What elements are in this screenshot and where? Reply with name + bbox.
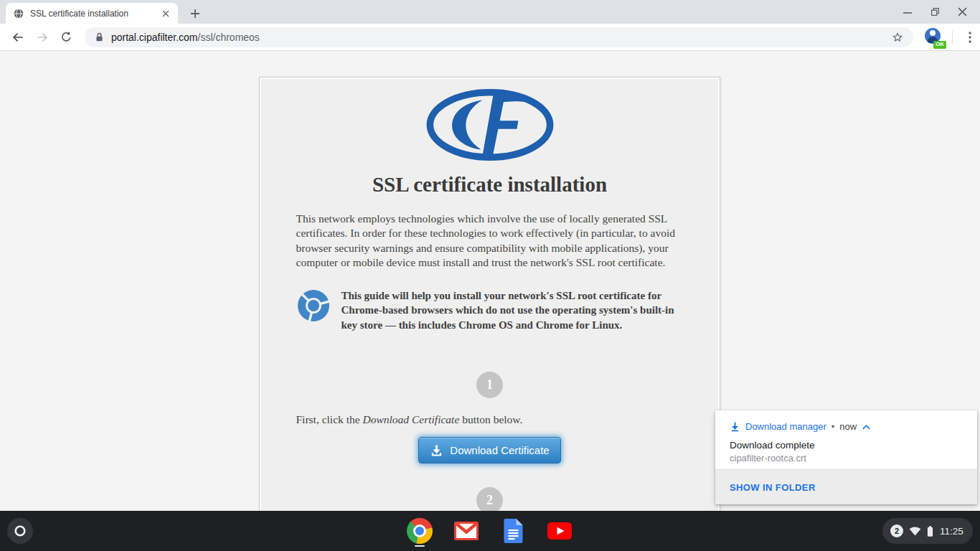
page-title: SSL certificate installation bbox=[260, 173, 720, 197]
system-tray[interactable]: 2 11:25 bbox=[882, 518, 973, 544]
extension-status-badge: OK bbox=[933, 41, 946, 49]
browser-menu-icon[interactable] bbox=[960, 27, 980, 47]
gmail-icon bbox=[454, 522, 479, 540]
launcher-button[interactable] bbox=[7, 518, 33, 544]
download-button-label: Download Certificate bbox=[450, 444, 549, 456]
bookmark-star-icon[interactable] bbox=[889, 29, 906, 46]
globe-favicon-icon bbox=[13, 8, 24, 19]
close-window-icon[interactable] bbox=[948, 0, 976, 24]
browser-tab[interactable]: SSL certificate installation bbox=[6, 3, 178, 24]
cipafilter-logo bbox=[424, 89, 556, 161]
chromeos-shelf: 2 11:25 bbox=[0, 511, 980, 551]
shelf-app-docs[interactable] bbox=[500, 518, 526, 544]
reload-icon[interactable] bbox=[55, 25, 79, 50]
step-1-instruction: First, click the Download Certificate bu… bbox=[296, 413, 684, 426]
url-text: portal.cipafilter.com/ssl/chromeos bbox=[111, 32, 889, 43]
notification-header: Download manager • now bbox=[715, 410, 977, 432]
docs-icon bbox=[504, 519, 523, 543]
back-icon[interactable] bbox=[6, 25, 30, 50]
guide-note: This guide will help you install your ne… bbox=[296, 288, 684, 332]
tab-title: SSL certificate installation bbox=[30, 9, 159, 19]
launcher-ring-icon bbox=[14, 524, 27, 537]
notification-title: Download complete bbox=[730, 440, 963, 451]
notification-filename: cipafilter-rootca.crt bbox=[730, 453, 963, 463]
tab-close-icon[interactable] bbox=[159, 7, 172, 20]
shelf-app-gmail[interactable] bbox=[453, 518, 479, 544]
new-tab-button[interactable] bbox=[187, 5, 204, 22]
download-tray-icon bbox=[430, 443, 443, 457]
extension-avatar[interactable]: OK bbox=[925, 28, 943, 47]
wifi-icon bbox=[909, 526, 921, 536]
content-card: SSL certificate installation This networ… bbox=[259, 77, 720, 511]
forward-icon[interactable] bbox=[30, 25, 55, 50]
clock: 11:25 bbox=[940, 526, 963, 537]
address-bar[interactable]: portal.cipafilter.com/ssl/chromeos bbox=[85, 27, 913, 47]
battery-icon bbox=[927, 526, 933, 537]
shelf-app-youtube[interactable] bbox=[547, 518, 573, 544]
notification-separator: • bbox=[831, 421, 835, 432]
notification-time: now bbox=[839, 421, 857, 432]
guide-text: This guide will help you install your ne… bbox=[341, 288, 684, 332]
chrome-mono-icon bbox=[296, 288, 331, 323]
download-certificate-button[interactable]: Download Certificate bbox=[418, 437, 560, 463]
step-1-text-pre: First, click the bbox=[296, 413, 363, 425]
download-icon bbox=[730, 421, 740, 432]
intro-paragraph: This network employs technologies which … bbox=[296, 212, 684, 270]
minimize-icon[interactable] bbox=[894, 0, 921, 24]
step-2-badge: 2 bbox=[476, 487, 503, 511]
toolbar-divider bbox=[952, 31, 953, 44]
step-1-badge: 1 bbox=[476, 372, 503, 398]
step-1-text-post: button below. bbox=[459, 413, 522, 425]
window-controls bbox=[894, 0, 976, 24]
shelf-app-chrome[interactable] bbox=[407, 518, 433, 544]
url-path: /ssl/chromeos bbox=[198, 32, 260, 43]
notification-count-badge: 2 bbox=[890, 524, 903, 537]
youtube-icon bbox=[547, 522, 572, 540]
shelf-apps bbox=[407, 518, 573, 544]
chevron-up-icon[interactable] bbox=[862, 423, 871, 430]
notification-footer: SHOW IN FOLDER bbox=[715, 469, 977, 504]
download-notification: Download manager • now Download complete… bbox=[715, 410, 977, 504]
browser-toolbar: portal.cipafilter.com/ssl/chromeos OK bbox=[0, 24, 980, 51]
step-1-text-em: Download Certificate bbox=[363, 413, 460, 425]
restore-window-icon[interactable] bbox=[921, 0, 948, 24]
lock-icon[interactable] bbox=[95, 32, 104, 42]
url-domain: portal.cipafilter.com bbox=[111, 32, 198, 43]
notification-source: Download manager bbox=[745, 421, 826, 432]
chrome-icon bbox=[407, 518, 433, 544]
tab-strip: SSL certificate installation bbox=[0, 0, 980, 24]
active-app-indicator bbox=[415, 545, 425, 547]
show-in-folder-button[interactable]: SHOW IN FOLDER bbox=[730, 482, 816, 493]
